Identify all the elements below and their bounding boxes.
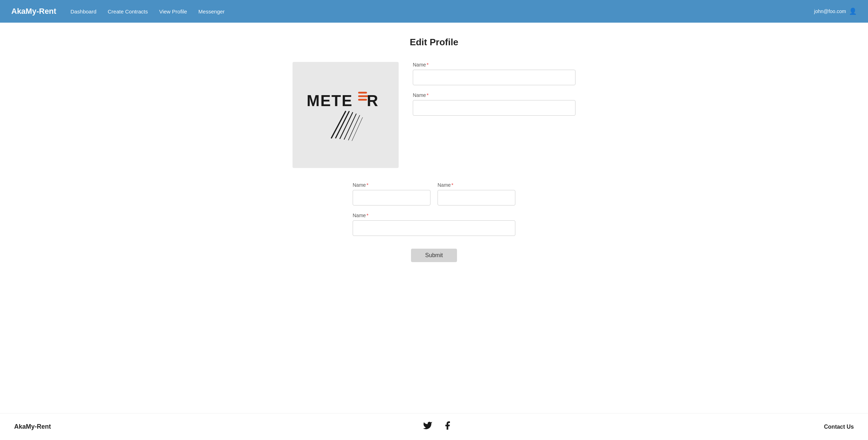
bottom-fields: Name* Name* Name* Submit — [293, 182, 575, 262]
bottom-row-two: Name* Name* — [293, 182, 575, 205]
facebook-icon[interactable] — [442, 421, 452, 433]
navbar: AkaMy-Rent Dashboard Create Contracts Vi… — [0, 0, 868, 23]
meteor-text-svg: METE R — [307, 88, 384, 110]
field-label-5: Name* — [353, 213, 515, 218]
svg-line-5 — [331, 111, 346, 138]
required-star-4: * — [451, 182, 453, 188]
svg-text:R: R — [367, 92, 379, 109]
nav-link-dashboard[interactable]: Dashboard — [70, 8, 96, 15]
submit-button[interactable]: Submit — [411, 249, 457, 262]
name-field-1[interactable] — [413, 70, 575, 85]
field-group-3: Name* — [353, 182, 430, 205]
logo-box: METE R — [293, 62, 399, 168]
required-star-2: * — [427, 92, 428, 98]
field-label-3: Name* — [353, 182, 430, 188]
field-group-2: Name* — [413, 92, 575, 116]
name-field-2[interactable] — [413, 100, 575, 116]
name-field-4[interactable] — [438, 190, 515, 205]
name-field-3[interactable] — [353, 190, 430, 205]
required-star-5: * — [366, 213, 368, 218]
twitter-icon[interactable] — [423, 421, 433, 433]
nav-user: john@foo.com 👤 — [814, 7, 857, 15]
required-star-3: * — [366, 182, 368, 188]
meteor-logo: METE R — [307, 88, 384, 141]
main-content: Edit Profile METE R — [0, 23, 868, 413]
field-group-4: Name* — [438, 182, 515, 205]
nav-brand[interactable]: AkaMy-Rent — [11, 7, 56, 16]
field-group-1: Name* — [413, 62, 575, 85]
user-email: john@foo.com — [814, 8, 846, 14]
nav-links: Dashboard Create Contracts View Profile … — [70, 8, 814, 15]
required-star-1: * — [427, 62, 428, 68]
right-fields: Name* Name* — [413, 62, 575, 116]
nav-link-view-profile[interactable]: View Profile — [159, 8, 187, 15]
user-icon: 👤 — [849, 7, 857, 15]
nav-link-create-contracts[interactable]: Create Contracts — [108, 8, 148, 15]
field-label-1: Name* — [413, 62, 575, 68]
name-field-5[interactable] — [353, 220, 515, 236]
footer-brand: AkaMy-Rent — [14, 423, 51, 430]
footer-contact[interactable]: Contact Us — [824, 424, 854, 430]
footer: AkaMy-Rent Contact Us — [0, 413, 868, 440]
field-label-2: Name* — [413, 92, 575, 98]
page-title: Edit Profile — [410, 37, 458, 48]
footer-icons — [423, 421, 452, 433]
nav-link-messenger[interactable]: Messenger — [198, 8, 225, 15]
field-label-4: Name* — [438, 182, 515, 188]
form-layout: METE R — [293, 62, 575, 168]
svg-text:METE: METE — [307, 92, 353, 109]
meteor-streak-svg — [324, 110, 367, 141]
field-group-5: Name* — [353, 213, 515, 236]
